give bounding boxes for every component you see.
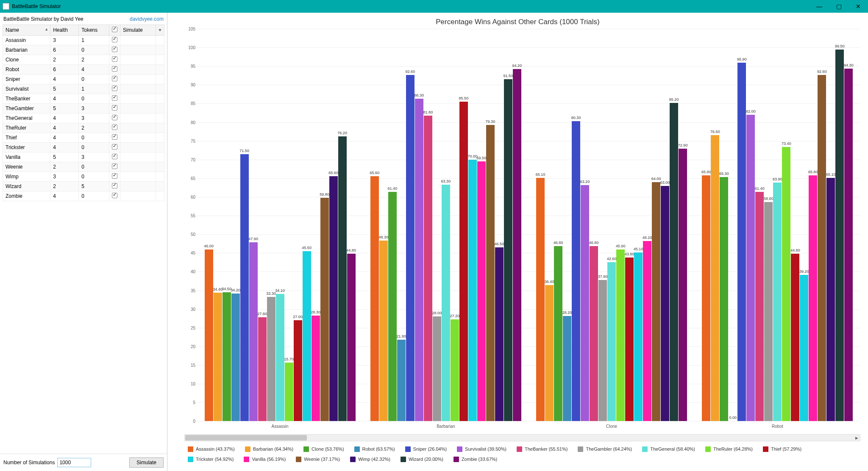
legend-item[interactable]: Weenie (37.17%) bbox=[296, 455, 340, 464]
bar[interactable]: 63.30 bbox=[442, 185, 450, 421]
bar[interactable]: 79.30 bbox=[486, 125, 495, 421]
bar[interactable]: 65.60 bbox=[370, 176, 379, 421]
simulate-button[interactable]: Simulate bbox=[129, 457, 164, 468]
bar[interactable]: 46.80 bbox=[554, 246, 562, 421]
col-add[interactable]: + bbox=[156, 25, 164, 36]
bar[interactable]: 44.80 bbox=[791, 254, 799, 421]
table-row[interactable]: Zombie40 bbox=[3, 191, 164, 201]
legend-item[interactable]: TheBanker (55.51%) bbox=[517, 445, 568, 454]
cell-check[interactable] bbox=[109, 55, 120, 65]
cell-check[interactable] bbox=[109, 191, 120, 201]
legend-item[interactable]: TheRuler (64.28%) bbox=[705, 445, 753, 454]
table-row[interactable]: TheGeneral43 bbox=[3, 114, 164, 123]
legend-item[interactable]: Barbarian (64.34%) bbox=[245, 445, 293, 454]
cell-check[interactable] bbox=[109, 114, 120, 123]
cell-check[interactable] bbox=[109, 172, 120, 182]
table-row[interactable]: Weenie20 bbox=[3, 162, 164, 172]
bar[interactable]: 48.30 bbox=[379, 241, 388, 421]
bar[interactable]: 64.00 bbox=[652, 182, 660, 421]
bar[interactable]: 65.10 bbox=[826, 178, 835, 421]
legend-item[interactable]: Sniper (26.04%) bbox=[405, 445, 447, 454]
table-row[interactable]: Survivalist51 bbox=[3, 84, 164, 94]
bar[interactable]: 45.90 bbox=[616, 249, 625, 421]
bar[interactable]: 61.40 bbox=[388, 192, 397, 421]
legend-item[interactable]: Clone (53.76%) bbox=[303, 445, 344, 454]
table-row[interactable]: Assassin31 bbox=[3, 36, 164, 45]
legend-item[interactable]: Wizard (20.00%) bbox=[401, 455, 443, 464]
legend-item[interactable]: Vanilla (56.19%) bbox=[244, 455, 286, 464]
bar[interactable]: 65.60 bbox=[329, 176, 338, 421]
legend-item[interactable]: Zombie (33.67%) bbox=[453, 455, 497, 464]
bar[interactable]: 15.70 bbox=[285, 363, 293, 421]
bar[interactable]: 92.60 bbox=[406, 75, 415, 421]
table-row[interactable]: Barbarian60 bbox=[3, 45, 164, 55]
bar[interactable]: 69.50 bbox=[477, 161, 486, 421]
bar[interactable]: 95.90 bbox=[737, 63, 746, 421]
bar[interactable]: 48.20 bbox=[643, 241, 651, 421]
bar[interactable]: 65.10 bbox=[536, 178, 545, 421]
table-row[interactable]: TheGambler53 bbox=[3, 104, 164, 114]
bar[interactable]: 85.50 bbox=[459, 102, 468, 421]
cell-check[interactable] bbox=[109, 123, 120, 133]
bar[interactable]: 45.50 bbox=[303, 251, 311, 421]
legend-item[interactable]: Assassin (43.37%) bbox=[188, 445, 235, 454]
bar[interactable]: 86.30 bbox=[415, 99, 423, 421]
bar[interactable]: 99.50 bbox=[835, 50, 844, 421]
bar[interactable]: 94.20 bbox=[513, 69, 521, 421]
bar[interactable]: 46.00 bbox=[205, 249, 213, 421]
col-health[interactable]: Health bbox=[50, 25, 79, 36]
legend-item[interactable]: Thief (57.29%) bbox=[763, 445, 801, 454]
close-button[interactable]: ✕ bbox=[849, 0, 868, 13]
bar[interactable]: 82.00 bbox=[746, 115, 755, 421]
cell-check[interactable] bbox=[109, 36, 120, 45]
table-row[interactable]: Wimp30 bbox=[3, 172, 164, 182]
bar[interactable]: 27.00 bbox=[294, 320, 302, 421]
bar[interactable]: 28.20 bbox=[563, 316, 571, 421]
table-row[interactable]: TheBanker40 bbox=[3, 94, 164, 104]
bar[interactable]: 63.90 bbox=[773, 183, 782, 421]
bar[interactable]: 73.40 bbox=[782, 147, 790, 421]
bar[interactable]: 61.40 bbox=[755, 192, 764, 421]
bar[interactable]: 46.50 bbox=[495, 247, 504, 421]
bar[interactable]: 43.80 bbox=[625, 258, 634, 421]
bar[interactable]: 39.20 bbox=[800, 275, 808, 421]
bar[interactable]: 85.20 bbox=[670, 103, 678, 421]
bar[interactable]: 76.60 bbox=[711, 135, 719, 421]
cell-check[interactable] bbox=[109, 65, 120, 75]
cell-check[interactable] bbox=[109, 182, 120, 191]
bar[interactable]: 37.80 bbox=[598, 280, 607, 421]
legend-item[interactable]: Wimp (42.32%) bbox=[350, 455, 390, 464]
bar[interactable]: 59.80 bbox=[320, 198, 329, 421]
minimize-button[interactable]: — bbox=[810, 0, 829, 13]
bar[interactable]: 44.80 bbox=[347, 254, 356, 421]
cell-check[interactable] bbox=[109, 104, 120, 114]
cell-check[interactable] bbox=[109, 143, 120, 152]
col-check-all[interactable] bbox=[109, 25, 120, 36]
legend-item[interactable]: TheGeneral (58.40%) bbox=[642, 445, 695, 454]
table-row[interactable]: Clone22 bbox=[3, 55, 164, 65]
bar[interactable]: 63.20 bbox=[581, 185, 589, 421]
bar[interactable]: 34.40 bbox=[214, 293, 222, 421]
bar[interactable]: 34.10 bbox=[276, 294, 284, 421]
legend-item[interactable]: TheGambler (64.24%) bbox=[578, 445, 632, 454]
bar[interactable]: 91.50 bbox=[504, 79, 512, 421]
cell-check[interactable] bbox=[109, 133, 120, 143]
bar[interactable]: 70.00 bbox=[468, 160, 477, 421]
legend-item[interactable]: Trickster (54.92%) bbox=[188, 455, 234, 464]
legend-item[interactable]: Robot (63.57%) bbox=[354, 445, 395, 454]
col-simulate[interactable]: Simulate bbox=[120, 25, 156, 36]
bar[interactable]: 81.80 bbox=[424, 116, 432, 421]
bar[interactable]: 63.00 bbox=[661, 186, 669, 421]
author-link[interactable]: davidvyee.com bbox=[130, 16, 164, 22]
bar[interactable]: 28.00 bbox=[433, 316, 441, 421]
bar[interactable]: 21.80 bbox=[397, 340, 406, 421]
table-row[interactable]: Thief40 bbox=[3, 133, 164, 143]
bar[interactable]: 58.60 bbox=[764, 202, 773, 421]
bar[interactable]: 27.20 bbox=[451, 319, 459, 421]
cell-check[interactable] bbox=[109, 45, 120, 55]
bar[interactable]: 94.30 bbox=[844, 69, 853, 421]
scrollbar-thumb[interactable] bbox=[185, 435, 307, 441]
cell-check[interactable] bbox=[109, 75, 120, 84]
bar[interactable]: 71.50 bbox=[240, 154, 249, 421]
table-row[interactable]: Vanilla53 bbox=[3, 152, 164, 162]
